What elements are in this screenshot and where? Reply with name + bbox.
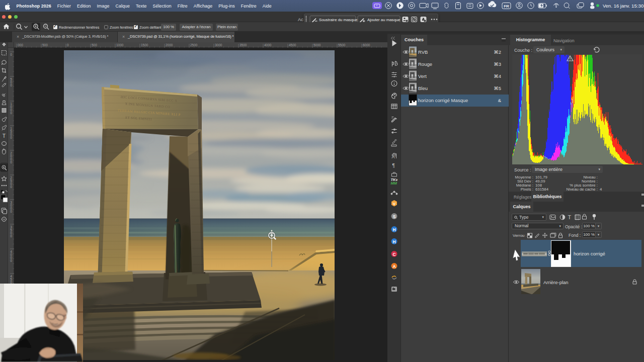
svg-text:MM: MM <box>391 181 397 186</box>
svg-text:Ven. 16 janv.: Ven. 16 janv. <box>603 3 630 9</box>
svg-text:500: 500 <box>92 43 97 47</box>
svg-text:0: 0 <box>10 160 12 164</box>
svg-text:5500: 5500 <box>338 43 346 47</box>
svg-text:H: H <box>392 239 395 244</box>
svg-text:2500: 2500 <box>190 43 198 47</box>
svg-text:RVB: RVB <box>418 49 428 55</box>
svg-text:000: 000 <box>18 43 23 47</box>
svg-text:A: A <box>392 154 395 159</box>
svg-text:0: 0 <box>67 43 69 47</box>
svg-text:⌘2: ⌘2 <box>494 49 501 55</box>
svg-text:T: T <box>3 133 6 139</box>
svg-text:2000: 2000 <box>166 43 173 47</box>
svg-text:C: C <box>392 252 395 257</box>
svg-text:0: 0 <box>10 111 12 115</box>
svg-text:0: 0 <box>10 210 12 213</box>
svg-text:4500: 4500 <box>289 43 296 47</box>
svg-text:&: & <box>498 98 502 103</box>
svg-text:T: T <box>568 214 572 220</box>
svg-text:0: 0 <box>10 234 12 238</box>
svg-text:1500: 1500 <box>141 43 148 47</box>
svg-text:Soustraire du masque: Soustraire du masque <box>319 18 357 22</box>
svg-text:0: 0 <box>10 259 12 262</box>
svg-text:¶: ¶ <box>392 163 395 168</box>
svg-text:V: V <box>393 202 396 206</box>
svg-text:3000: 3000 <box>215 43 222 47</box>
svg-text:Rouge: Rouge <box>418 61 432 67</box>
svg-text:1000: 1000 <box>116 43 124 47</box>
svg-text:4000: 4000 <box>264 43 272 47</box>
svg-text:A: A <box>392 264 395 269</box>
svg-text:0: 0 <box>10 83 12 87</box>
svg-text:⌘3: ⌘3 <box>494 61 501 67</box>
svg-text:FR: FR <box>504 4 509 9</box>
svg-text:5000: 5000 <box>313 43 321 47</box>
svg-text:Bleu: Bleu <box>418 85 428 91</box>
svg-text:S: S <box>393 214 396 219</box>
svg-text:0: 0 <box>10 136 12 139</box>
svg-text:15:30: 15:30 <box>631 3 644 9</box>
svg-text:Ajouter au masque: Ajouter au masque <box>367 18 400 22</box>
svg-text:⌘4: ⌘4 <box>494 73 501 79</box>
svg-text:500: 500 <box>42 43 48 47</box>
svg-text:6000: 6000 <box>363 43 370 47</box>
svg-text:H: H <box>392 227 395 232</box>
svg-text:⌘5: ⌘5 <box>494 85 501 91</box>
svg-text:0: 0 <box>10 53 12 56</box>
svg-text:Vert: Vert <box>418 73 427 79</box>
svg-text:horizon corrigé Masque: horizon corrigé Masque <box>418 98 468 103</box>
svg-text:3500: 3500 <box>239 43 247 47</box>
svg-text:0: 0 <box>10 185 12 189</box>
